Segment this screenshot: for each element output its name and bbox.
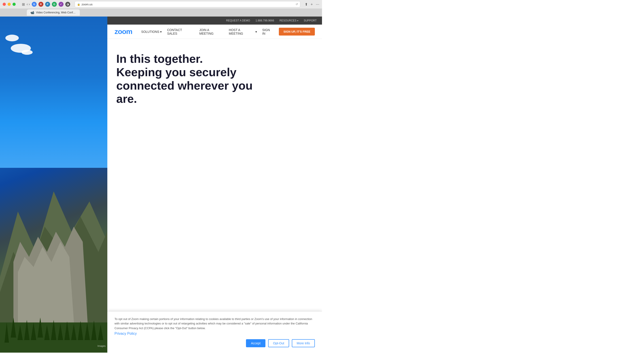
zoom-website: REQUEST A DEMO 1.888.799.9666 RESOURCES …: [107, 16, 322, 353]
cookie-text: To opt out of Zoom making certain portio…: [114, 317, 315, 331]
url-text: zoom.us: [82, 3, 92, 6]
minimize-button[interactable]: [8, 3, 11, 6]
contact-sales-nav-link[interactable]: CONTACT SALES: [167, 28, 192, 35]
solutions-chevron-icon: ▾: [160, 30, 162, 33]
close-button[interactable]: [3, 3, 6, 6]
tab-bar: 📹 Video Conferencing, Web Conferencing, …: [0, 8, 322, 16]
join-meeting-nav-link[interactable]: JOIN A MEETING: [199, 28, 224, 35]
url-bar[interactable]: 🔒 zoom.us ↺: [75, 1, 300, 7]
tab-title: Video Conferencing, Web Conferencing, We…: [36, 11, 76, 14]
support-link[interactable]: SUPPORT: [304, 19, 317, 22]
titlebar: ⊞ ‹ › G R P G ✓ ◑ 🔒 zoom.us ↺ ⬆ ＋ ⋯: [0, 0, 322, 8]
new-tab-button[interactable]: ＋: [310, 2, 314, 7]
sidebar-toggle-button[interactable]: ⊞: [22, 2, 25, 6]
reload-button[interactable]: ↺: [296, 3, 298, 6]
toolbar-icons: ⊞: [22, 2, 25, 6]
mountains: [0, 151, 107, 353]
back-button[interactable]: ‹: [26, 2, 28, 6]
cloud-3: [22, 50, 33, 55]
main-nav: zoom SOLUTIONS ▾ CONTACT SALES JOIN A ME…: [107, 24, 322, 39]
cookie-banner: To opt out of Zoom making certain portio…: [107, 311, 322, 353]
sky: [0, 16, 107, 168]
shield-extension-icon[interactable]: ✓: [58, 2, 64, 7]
images-attribution: Images: [98, 345, 106, 347]
more-info-button[interactable]: More Info: [292, 339, 315, 347]
pocket-extension-icon[interactable]: P: [45, 2, 50, 7]
readwise-extension-icon[interactable]: R: [38, 2, 44, 7]
request-demo-link[interactable]: REQUEST A DEMO: [226, 19, 250, 22]
nav-right: JOIN A MEETING HOST A MEETING ▾ SIGN IN …: [199, 28, 315, 35]
hero-headline: In this together. Keeping you securely c…: [116, 52, 273, 106]
sign-in-nav-link[interactable]: SIGN IN: [262, 28, 274, 35]
more-button[interactable]: ⋯: [316, 2, 319, 6]
grammarly-extension-icon[interactable]: G: [32, 2, 37, 7]
hero-section: In this together. Keeping you securely c…: [107, 39, 322, 311]
resources-chevron-icon: ▾: [297, 19, 298, 22]
share-button[interactable]: ⬆: [305, 2, 308, 6]
privacy-policy-link[interactable]: Privacy Policy: [114, 332, 137, 336]
solutions-nav-link[interactable]: SOLUTIONS ▾: [141, 30, 162, 33]
grammarly2-extension-icon[interactable]: G: [52, 2, 57, 7]
signup-button[interactable]: SIGN UP, IT'S FREE: [279, 28, 315, 35]
zoom-logo[interactable]: zoom: [114, 27, 132, 36]
forward-button[interactable]: ›: [28, 2, 30, 6]
phone-number: 1.888.799.9666: [255, 19, 274, 22]
lock-icon: 🔒: [77, 3, 80, 6]
active-tab[interactable]: 📹 Video Conferencing, Web Conferencing, …: [27, 9, 80, 16]
accept-button[interactable]: Accept: [246, 339, 266, 347]
cloud-2: [5, 35, 19, 41]
browser-actions: ⬆ ＋ ⋯: [305, 2, 319, 7]
privacy-extension-icon[interactable]: ◑: [65, 2, 70, 7]
fullscreen-button[interactable]: [12, 3, 16, 6]
tab-favicon: 📹: [30, 11, 34, 14]
hero-background-image: Images: [0, 16, 107, 353]
utility-bar: REQUEST A DEMO 1.888.799.9666 RESOURCES …: [107, 16, 322, 24]
opt-out-button[interactable]: Opt-Out: [268, 339, 289, 347]
host-meeting-nav-link[interactable]: HOST A MEETING ▾: [229, 28, 257, 35]
nav-links: SOLUTIONS ▾ CONTACT SALES: [141, 28, 192, 35]
browser-content: Images REQUEST A DEMO 1.888.799.9666 RES…: [0, 16, 322, 353]
extension-icons: G R P G ✓ ◑: [32, 2, 70, 7]
host-meeting-chevron-icon: ▾: [255, 30, 257, 33]
traffic-lights: [3, 3, 16, 6]
cookie-actions: Accept Opt-Out More Info: [114, 339, 315, 347]
nav-buttons: ‹ ›: [26, 2, 30, 6]
resources-link[interactable]: RESOURCES ▾: [280, 19, 298, 22]
